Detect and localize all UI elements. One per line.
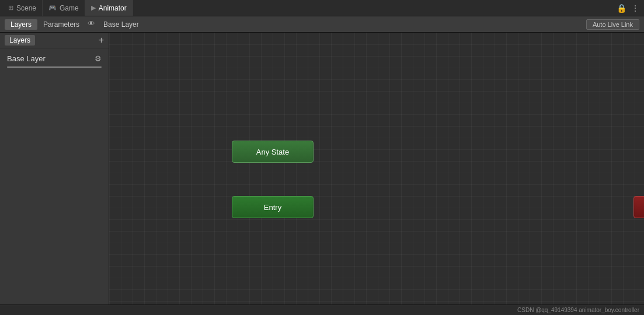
tab-game-label: Game (60, 4, 79, 12)
tab-layers[interactable]: Layers (5, 19, 37, 30)
sidebar: Layers + Base Layer ⚙ (0, 33, 109, 304)
breadcrumb-left: Layers Parameters 👁 Base Layer (5, 19, 139, 30)
sidebar-tabs: Layers (5, 35, 35, 46)
sidebar-header: Layers + (0, 33, 109, 48)
add-layer-button[interactable]: + (99, 36, 104, 45)
entry-label: Entry (264, 203, 281, 212)
gear-icon[interactable]: ⚙ (95, 54, 102, 63)
any-state-label: Any State (256, 148, 289, 156)
sidebar-items: Base Layer ⚙ (0, 48, 109, 71)
status-text: CSDN @qq_49149394 animator_boy.controlle… (517, 307, 639, 313)
tab-game[interactable]: 🎮 Game (43, 0, 85, 16)
sidebar-tab-layers[interactable]: Layers (5, 35, 35, 46)
animator-icon: ▶ (91, 4, 96, 12)
layer-item-base[interactable]: Base Layer ⚙ (2, 52, 106, 65)
auto-live-link-button[interactable]: Auto Live Link (586, 19, 639, 30)
breadcrumb-bar: Layers Parameters 👁 Base Layer Auto Live… (0, 16, 644, 33)
game-icon: 🎮 (48, 4, 57, 12)
animator-canvas[interactable]: Any State Entry Exit (109, 33, 644, 304)
layer-base-name: Base Layer (7, 54, 46, 63)
eye-icon[interactable]: 👁 (88, 19, 95, 30)
top-tab-bar: ⊞ Scene 🎮 Game ▶ Animator 🔒 ⋮ (0, 0, 644, 16)
status-bar: CSDN @qq_49149394 animator_boy.controlle… (0, 304, 644, 315)
lock-button[interactable]: 🔒 (617, 4, 626, 13)
tab-scene[interactable]: ⊞ Scene (2, 0, 43, 16)
top-right-controls: 🔒 ⋮ (617, 4, 642, 13)
breadcrumb-tabs: Layers Parameters 👁 (5, 19, 95, 30)
scene-icon: ⊞ (8, 4, 13, 12)
tab-parameters[interactable]: Parameters (37, 19, 85, 30)
any-state-node[interactable]: Any State (232, 141, 314, 163)
main-layout: Layers + Base Layer ⚙ Any State Entry Ex… (0, 33, 644, 304)
exit-node[interactable]: Exit (633, 196, 644, 218)
layer-separator (7, 66, 102, 68)
tab-animator-label: Animator (99, 4, 127, 12)
tab-animator[interactable]: ▶ Animator (85, 0, 133, 16)
menu-button[interactable]: ⋮ (631, 4, 639, 13)
breadcrumb-path: Base Layer (103, 20, 139, 29)
entry-node[interactable]: Entry (232, 196, 314, 218)
tab-scene-label: Scene (16, 4, 36, 12)
